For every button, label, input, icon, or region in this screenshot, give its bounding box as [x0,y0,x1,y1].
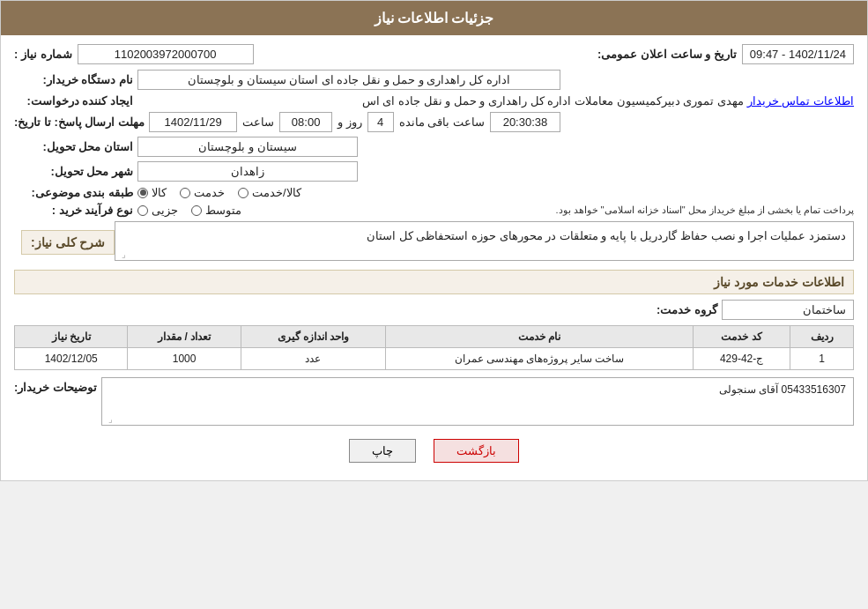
process-option-minor[interactable]: جزیی [137,204,178,217]
city-value: زاهدان [137,161,358,182]
deadline-time-value: 08:00 [279,112,332,132]
category-kala-radio[interactable] [137,188,148,198]
province-row: سیستان و بلوچستان استان محل تحویل: [14,137,854,157]
table-header-row: ردیف کد خدمت نام خدمت واحد اندازه گیری ت… [15,326,854,348]
category-option-kala[interactable]: کالا [137,186,167,199]
deadline-time-label: ساعت [242,115,274,129]
creator-value: مهدی تموری دبیرکمیسیون معاملات اداره کل … [137,94,744,108]
process-medium-radio[interactable] [191,205,202,216]
process-label: نوع فرآیند خرید : [14,204,137,217]
category-kala-khedmat-label: کالا/خدمت [252,186,301,199]
deadline-remaining-value: 20:30:38 [490,112,560,132]
group-label: گروه خدمت: [642,303,722,316]
cell-date: 1402/12/05 [15,348,128,370]
deadline-remaining-label: ساعت باقی مانده [399,115,485,129]
category-row: کالا/خدمت خدمت کالا طبقه بندی موضوعی: [14,186,854,199]
group-row: ساختمان گروه خدمت: [14,300,854,320]
announce-datetime-label: تاریخ و ساعت اعلان عمومی: [597,48,737,61]
province-value: سیستان و بلوچستان [137,137,358,157]
group-value: ساختمان [722,300,854,320]
deadline-label: مهلت ارسال پاسخ: تا تاریخ: [14,115,149,129]
process-options: متوسط جزیی [137,204,241,217]
description-section: دستمزد عملیات اجرا و نصب حفاظ گاردریل با… [14,221,854,261]
description-section-title: شرح کلی نیاز: [21,230,115,255]
resize-handle: ⌟ [117,249,126,258]
category-option-khedmat[interactable]: خدمت [180,186,225,199]
process-minor-label: جزیی [152,204,178,217]
buttons-row: بازگشت چاپ [14,439,854,463]
buyer-notes-box: 05433516307 آقای سنجولی ⌟ [101,377,854,426]
cell-qty: 1000 [128,348,241,370]
description-value: دستمزد عملیات اجرا و نصب حفاظ گاردریل با… [367,229,846,242]
col-header-name: نام خدمت [386,326,694,348]
city-row: زاهدان شهر محل تحویل: [14,161,854,182]
creator-link[interactable]: اطلاعات تماس خریدار [747,94,854,108]
announce-datetime-row: 1402/11/24 - 09:47 تاریخ و ساعت اعلان عم… [597,44,854,64]
description-box: دستمزد عملیات اجرا و نصب حفاظ گاردریل با… [115,221,854,261]
back-button[interactable]: بازگشت [434,439,519,463]
table-row: 1 ج-42-429 ساخت سایر پروژه‌های مهندسی عم… [15,348,854,370]
deadline-day-label: روز و [338,115,362,129]
page-header: جزئیات اطلاعات نیاز [1,1,867,35]
process-note: پرداخت تمام یا بخشی از مبلغ خریداز محل "… [555,204,854,216]
col-header-code: کد خدمت [693,326,790,348]
need-number-row: 1102003972000700 شماره نیاز : [14,44,254,64]
cell-unit: عدد [241,348,385,370]
cell-name: ساخت سایر پروژه‌های مهندسی عمران [386,348,694,370]
creator-row: اطلاعات تماس خریدار مهدی تموری دبیرکمیسی… [14,94,854,108]
process-minor-radio[interactable] [137,205,148,216]
services-table: ردیف کد خدمت نام خدمت واحد اندازه گیری ت… [14,325,854,370]
category-label: طبقه بندی موضوعی: [14,186,137,199]
notes-resize-handle: ⌟ [104,414,113,423]
deadline-day-value: 4 [367,112,394,132]
need-number-label: شماره نیاز : [14,48,72,61]
process-medium-label: متوسط [205,204,241,217]
print-button[interactable]: چاپ [349,439,416,463]
buyer-org-label: نام دستگاه خریدار: [14,73,137,86]
category-options: کالا/خدمت خدمت کالا [137,186,301,199]
process-row: پرداخت تمام یا بخشی از مبلغ خریداز محل "… [14,204,854,217]
category-kala-label: کالا [152,186,167,199]
need-number-value: 1102003972000700 [78,44,254,64]
col-header-date: تاریخ نیاز [15,326,128,348]
category-khedmat-label: خدمت [194,186,225,199]
cell-row-num: 1 [790,348,854,370]
col-header-row-num: ردیف [790,326,854,348]
deadline-row: 20:30:38 ساعت باقی مانده 4 روز و 08:00 س… [14,112,854,132]
page-title: جزئیات اطلاعات نیاز [375,11,494,26]
deadline-date-value: 1402/11/29 [149,112,237,132]
province-label: استان محل تحویل: [14,140,137,153]
col-header-qty: تعداد / مقدار [128,326,241,348]
creator-label: ایجاد کننده درخواست: [14,94,137,108]
category-khedmat-radio[interactable] [180,188,190,198]
category-option-kala-khedmat[interactable]: کالا/خدمت [238,186,301,199]
buyer-notes-label: توضیحات خریدار: [14,377,101,394]
city-label: شهر محل تحویل: [14,165,137,178]
cell-code: ج-42-429 [693,348,790,370]
services-section-title: اطلاعات خدمات مورد نیاز [14,270,854,294]
buyer-notes-row: 05433516307 آقای سنجولی ⌟ توضیحات خریدار… [14,377,854,426]
buyer-org-row: اداره کل راهداری و حمل و نقل جاده ای است… [14,70,854,90]
category-kala-khedmat-radio[interactable] [238,188,249,198]
announce-datetime-value: 1402/11/24 - 09:47 [742,44,854,64]
col-header-unit: واحد اندازه گیری [241,326,385,348]
process-option-medium[interactable]: متوسط [191,204,241,217]
buyer-org-value: اداره کل راهداری و حمل و نقل جاده ای است… [137,70,560,90]
buyer-notes-value: 05433516307 آقای سنجولی [719,383,846,396]
